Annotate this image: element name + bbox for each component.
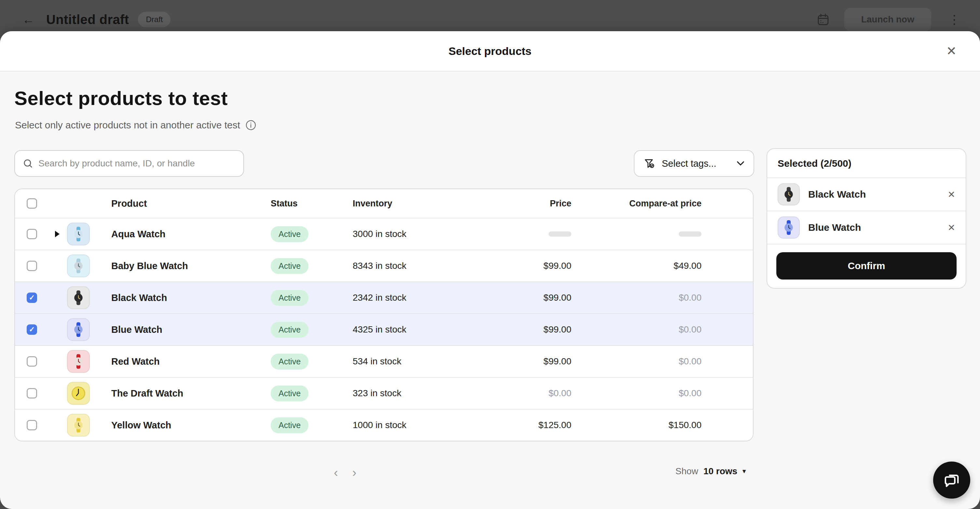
compare-price-cell: $0.00 [571, 324, 702, 335]
inventory-cell: 323 in stock [353, 388, 483, 398]
column-header-price: Price [483, 198, 571, 209]
compare-price-cell: $150.00 [571, 420, 702, 430]
inventory-cell: 2342 in stock [353, 293, 483, 303]
subtitle-text: Select only active products not in anoth… [15, 120, 240, 131]
status-badge: Active [271, 417, 309, 433]
previous-page-icon[interactable]: ‹ [334, 463, 338, 482]
product-name: Aqua Watch [111, 229, 271, 239]
product-name: Baby Blue Watch [111, 261, 271, 271]
price-cell: $0.00 [483, 388, 571, 398]
selected-count-header: Selected (2/500) [767, 149, 966, 178]
info-icon[interactable] [245, 120, 256, 131]
product-name: Red Watch [111, 356, 271, 367]
search-input[interactable] [38, 158, 235, 169]
table-header-row: Product Status Inventory Price Compare-a… [15, 189, 753, 218]
row-checkbox[interactable] [27, 261, 37, 271]
draft-status-badge: Draft [138, 12, 170, 27]
price-cell: $125.00 [483, 420, 571, 430]
background-topbar: ← Untitled draft Draft Launch now ⋮ [0, 0, 980, 31]
chat-widget-button[interactable] [933, 461, 970, 499]
price-cell: $99.00 [483, 293, 571, 303]
row-checkbox[interactable] [27, 388, 37, 398]
product-thumbnail [67, 286, 90, 309]
search-icon [23, 158, 33, 169]
rows-per-page-value: 10 rows [703, 466, 737, 476]
kebab-menu-icon[interactable]: ⋮ [948, 12, 961, 27]
row-checkbox[interactable] [27, 420, 37, 430]
product-thumbnail [67, 382, 90, 405]
confirm-button[interactable]: Confirm [776, 252, 956, 279]
launch-now-button[interactable]: Launch now [844, 8, 931, 31]
row-checkbox[interactable] [27, 229, 37, 239]
compare-price-cell: $0.00 [571, 388, 702, 398]
price-cell: $99.00 [483, 324, 571, 335]
compare-price-cell: $0.00 [571, 293, 702, 303]
compare-price-cell: $0.00 [571, 356, 702, 366]
back-arrow-icon[interactable]: ← [22, 13, 35, 26]
selected-products-panel: Selected (2/500) Black Watch ✕ Blue Watc… [767, 148, 966, 289]
table-row[interactable]: Aqua Watch Active 3000 in stock [15, 218, 753, 250]
search-input-wrapper [14, 150, 244, 177]
filter-tag-icon [644, 158, 655, 169]
inventory-cell: 8343 in stock [353, 261, 483, 271]
compare-price-skeleton [679, 232, 702, 236]
inventory-cell: 3000 in stock [353, 229, 483, 239]
select-tags-dropdown[interactable]: Select tags... [634, 150, 754, 177]
status-badge: Active [271, 290, 309, 306]
rows-per-page-dropdown[interactable]: 10 rows ▼ [703, 466, 747, 476]
show-label: Show [675, 466, 698, 476]
remove-item-icon[interactable]: ✕ [948, 222, 955, 233]
calendar-icon[interactable] [816, 13, 830, 26]
chevron-down-icon [737, 161, 745, 166]
product-thumbnail [67, 414, 90, 436]
modal-header: Select products ✕ [0, 31, 980, 71]
product-thumbnail [67, 223, 90, 246]
modal-body: Select products to test Select only acti… [0, 71, 980, 509]
status-badge: Active [271, 385, 309, 401]
table-row[interactable]: Baby Blue Watch Active 8343 in stock $99… [15, 250, 753, 281]
status-badge: Active [271, 226, 309, 242]
caret-down-icon: ▼ [741, 468, 747, 475]
product-name: Black Watch [111, 293, 271, 303]
next-page-icon[interactable]: › [352, 463, 356, 482]
selected-item-name: Black Watch [808, 189, 866, 200]
status-badge: Active [271, 258, 309, 274]
modal-title: Select products [449, 45, 531, 57]
pagination: ‹ › Show 10 rows ▼ [14, 463, 754, 483]
remove-item-icon[interactable]: ✕ [948, 189, 955, 200]
screen: ← Untitled draft Draft Launch now ⋮ Sele… [0, 0, 980, 509]
inventory-cell: 1000 in stock [353, 420, 483, 430]
row-checkbox[interactable] [27, 324, 37, 335]
close-icon[interactable]: ✕ [946, 44, 956, 58]
table-row[interactable]: Yellow Watch Active 1000 in stock $125.0… [15, 409, 753, 441]
products-table: Product Status Inventory Price Compare-a… [14, 189, 754, 441]
page-subtitle: Select only active products not in anoth… [15, 120, 256, 131]
expand-row-icon[interactable] [55, 231, 60, 237]
product-thumbnail [778, 183, 800, 205]
select-tags-label: Select tags... [662, 158, 716, 169]
inventory-cell: 534 in stock [353, 356, 483, 366]
product-thumbnail [778, 216, 800, 239]
column-header-product: Product [111, 198, 271, 209]
product-name: The Draft Watch [111, 388, 271, 399]
table-row[interactable]: Red Watch Active 534 in stock $99.00 $0.… [15, 345, 753, 377]
price-cell: $99.00 [483, 356, 571, 366]
page-title: Select products to test [14, 87, 228, 109]
product-thumbnail [67, 318, 90, 341]
row-checkbox[interactable] [27, 356, 37, 366]
status-badge: Active [271, 322, 309, 338]
selected-item: Black Watch ✕ [767, 178, 966, 211]
table-row[interactable]: Blue Watch Active 4325 in stock $99.00 $… [15, 313, 753, 345]
selected-item-name: Blue Watch [808, 222, 861, 233]
table-row[interactable]: Black Watch Active 2342 in stock $99.00 … [15, 281, 753, 313]
select-all-checkbox[interactable] [27, 198, 37, 209]
price-skeleton [549, 232, 571, 236]
table-row[interactable]: The Draft Watch Active 323 in stock $0.0… [15, 377, 753, 409]
inventory-cell: 4325 in stock [353, 324, 483, 335]
draft-title: Untitled draft [46, 12, 129, 27]
product-thumbnail [67, 255, 90, 277]
column-header-inventory: Inventory [353, 198, 483, 209]
product-name: Yellow Watch [111, 420, 271, 431]
row-checkbox[interactable] [27, 293, 37, 303]
product-thumbnail [67, 350, 90, 373]
